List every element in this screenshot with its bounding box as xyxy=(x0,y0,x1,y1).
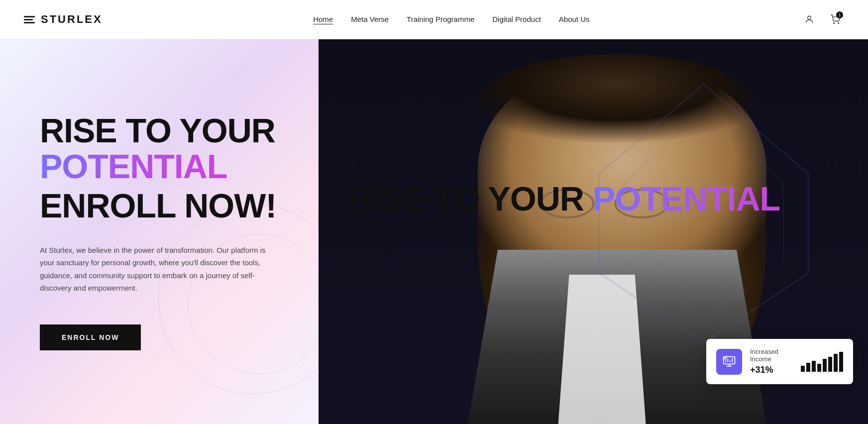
hamburger-menu-icon[interactable] xyxy=(24,16,35,23)
income-chart-icon xyxy=(722,355,736,369)
nav-item-digital[interactable]: Digital Product xyxy=(492,15,541,24)
bar-5 xyxy=(823,359,827,372)
stats-value: +31% xyxy=(750,365,793,375)
enroll-now-button[interactable]: ENROLL NOW xyxy=(40,324,141,350)
bar-2 xyxy=(806,363,810,372)
hero-headline: RISE TO YOUR POTENTIAL xyxy=(40,113,289,184)
cart-badge: 1 xyxy=(836,11,843,18)
overlay-potential: POTENTIAL xyxy=(593,180,780,217)
nav-item-training[interactable]: Training Programme xyxy=(407,15,474,24)
svg-point-1 xyxy=(834,23,835,24)
stats-label: Increased Income xyxy=(750,348,793,363)
hero-right-panel: RISE TO YOUR POTENTIAL xyxy=(319,39,868,424)
hero-section: RISE TO YOUR POTENTIAL ENROLL NOW! At St… xyxy=(0,39,868,424)
cart-icon-button[interactable]: 1 xyxy=(826,10,844,28)
nav-item-about[interactable]: About Us xyxy=(559,15,590,24)
bar-3 xyxy=(812,361,816,372)
nav-link-home[interactable]: Home xyxy=(313,15,333,23)
bar-1 xyxy=(801,366,805,372)
bar-6 xyxy=(828,357,832,372)
nav-icons: 1 xyxy=(800,10,844,28)
overlay-rise: RISE TO YOUR POTENTIAL xyxy=(348,181,780,216)
nav-link-about[interactable]: About Us xyxy=(559,15,590,23)
svg-point-2 xyxy=(838,23,839,24)
stats-icon-box xyxy=(716,349,742,375)
nav-link-training[interactable]: Training Programme xyxy=(407,15,474,23)
stats-card: Increased Income +31% xyxy=(706,339,853,384)
brand-name: STURLEX xyxy=(41,13,103,26)
user-icon-button[interactable] xyxy=(800,10,818,28)
headline-part1: RISE TO YOUR xyxy=(40,111,275,149)
stats-bar-chart xyxy=(801,352,843,372)
stats-info: Increased Income +31% xyxy=(750,348,793,375)
overlay-headline: RISE TO YOUR POTENTIAL xyxy=(348,181,780,216)
logo-area[interactable]: STURLEX xyxy=(24,13,103,26)
nav-link-digital[interactable]: Digital Product xyxy=(492,15,541,23)
hero-subheadline: ENROLL NOW! xyxy=(40,188,289,223)
nav-link-metaverse[interactable]: Meta Verse xyxy=(351,15,389,23)
navbar: STURLEX Home Meta Verse Training Program… xyxy=(0,0,868,39)
hero-description: At Sturlex, we believe in the power of t… xyxy=(40,244,279,295)
nav-item-home[interactable]: Home xyxy=(313,15,333,24)
bar-7 xyxy=(834,354,838,371)
svg-point-0 xyxy=(808,16,811,19)
headline-potential: POTENTIAL xyxy=(40,147,227,185)
nav-links: Home Meta Verse Training Programme Digit… xyxy=(313,15,589,24)
bar-4 xyxy=(817,364,821,372)
nav-item-metaverse[interactable]: Meta Verse xyxy=(351,15,389,24)
bar-8 xyxy=(839,352,843,372)
hero-left-panel: RISE TO YOUR POTENTIAL ENROLL NOW! At St… xyxy=(0,39,319,424)
